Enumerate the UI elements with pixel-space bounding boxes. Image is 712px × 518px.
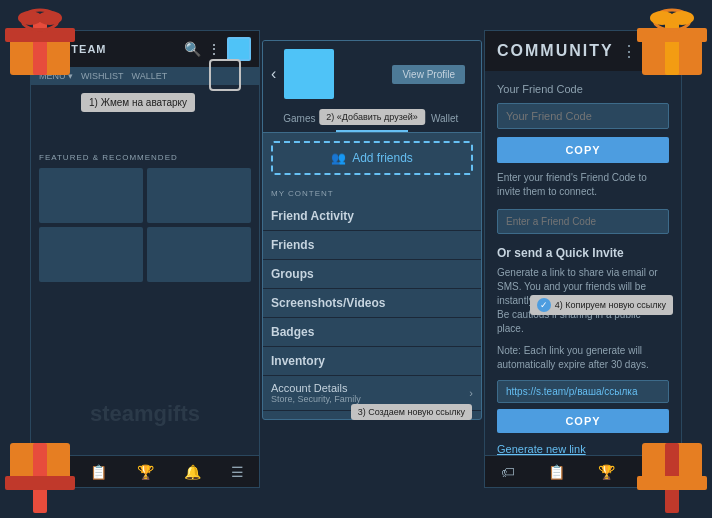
menu-item-inventory[interactable]: Inventory [263,347,481,376]
nav-wishlist[interactable]: WISHLIST [81,71,124,81]
annotation-2-text: 2) «Добавить друзей» [326,112,418,122]
add-friends-label: Add friends [352,151,413,165]
add-friends-icon: 👥 [331,151,346,165]
gift-decoration-tr [632,0,712,80]
popup-header: ‹ View Profile [263,41,481,107]
friend-code-input[interactable] [497,103,669,129]
footer-icon-trophy[interactable]: 🏆 [137,464,154,480]
svg-rect-21 [637,476,707,490]
menu-dots-icon[interactable]: ⋮ [207,41,221,57]
watermark: steamgifts [90,401,200,427]
friend-code-title: Your Friend Code [497,83,669,95]
gift-decoration-br [632,438,712,518]
invite-description: Enter your friend's Friend Code to invit… [497,171,669,199]
annotation-2: 2) «Добавить друзей» [319,109,425,125]
annotation-1: 1) Жмем на аватарку [81,93,195,112]
add-friends-section: 👥 Add friends [263,133,481,183]
popup-avatar [284,49,334,99]
svg-point-6 [38,11,62,25]
annotation-4: ✓ 4) Копируем новую ссылку [530,295,673,315]
svg-rect-17 [5,476,75,490]
account-sub-label: Store, Security, Family [271,394,361,404]
note-text: Note: Each link you generate will automa… [497,344,669,372]
steam-header-icons: 🔍 ⋮ [184,37,251,61]
svg-point-13 [670,11,694,25]
account-details-label: Account Details [271,382,361,394]
community-footer-list[interactable]: 📋 [548,464,565,480]
featured-item-1 [39,168,143,223]
annotation-4-text: 4) Копируем новую ссылку [555,300,666,310]
annotation-1-text: 1) Жмем на аватарку [89,97,187,108]
community-footer-tag[interactable]: 🏷 [501,464,515,480]
menu-item-screenshots[interactable]: Screenshots/Videos [263,289,481,318]
quick-invite-title: Or send a Quick Invite [497,246,669,260]
featured-item-4 [147,227,251,282]
my-content-label: MY CONTENT [263,183,481,202]
search-icon[interactable]: 🔍 [184,41,201,57]
community-title: COMMUNITY [497,42,614,60]
back-button[interactable]: ‹ [271,65,276,83]
menu-item-friend-activity[interactable]: Friend Activity [263,202,481,231]
friend-code-entry-input[interactable] [497,209,669,234]
menu-item-groups[interactable]: Groups [263,260,481,289]
check-icon: ✓ [537,298,551,312]
featured-label: FEATURED & RECOMMENDED [39,153,251,162]
gift-decoration-tl [0,0,80,80]
featured-grid [39,168,251,282]
left-content: FEATURED & RECOMMENDED [31,85,259,290]
steam-client-panel: STEAM 🔍 ⋮ 1) Жмем на аватарку MENU ▾ WIS… [30,30,260,488]
community-content: Your Friend Code COPY Enter your friend'… [485,71,681,455]
link-display: https://s.team/p/ваша/ссылка [497,380,669,403]
community-panel: COMMUNITY ⋮ Your Friend Code COPY Enter … [484,30,682,488]
menu-item-badges[interactable]: Badges [263,318,481,347]
generate-link-button[interactable]: Generate new link [497,443,586,455]
featured-item-3 [39,227,143,282]
annotation-3-text: 3) Создаем новую ссылку [358,407,465,417]
gift-decoration-bl [0,438,80,518]
community-footer-trophy[interactable]: 🏆 [598,464,615,480]
user-avatar[interactable] [227,37,251,61]
footer-icon-bell[interactable]: 🔔 [184,464,201,480]
footer-icon-list[interactable]: 📋 [90,464,107,480]
footer-icon-menu[interactable]: ☰ [231,464,244,480]
featured-item-2 [147,168,251,223]
profile-popup: ‹ View Profile 2) «Добавить друзей» Game… [262,40,482,420]
view-profile-button[interactable]: View Profile [392,65,465,84]
menu-list: Friend Activity Friends Groups Screensho… [263,202,481,376]
nav-wallet[interactable]: WALLET [132,71,168,81]
copy-friend-code-button[interactable]: COPY [497,137,669,163]
menu-item-friends[interactable]: Friends [263,231,481,260]
chevron-right-icon: › [469,387,473,399]
annotation-3: 3) Создаем новую ссылку [351,404,472,420]
add-friends-button[interactable]: 👥 Add friends [271,141,473,175]
copy-link-button[interactable]: COPY [497,409,669,433]
